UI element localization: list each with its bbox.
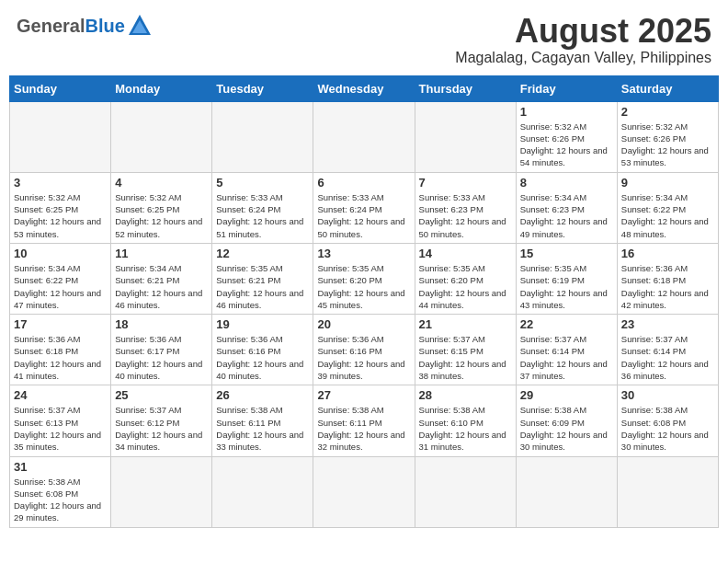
day-number: 9 — [621, 176, 714, 190]
day-info: Sunrise: 5:36 AM Sunset: 6:18 PM Dayligh… — [14, 333, 107, 382]
day-info: Sunrise: 5:36 AM Sunset: 6:17 PM Dayligh… — [115, 333, 208, 382]
calendar-cell: 6Sunrise: 5:33 AM Sunset: 6:24 PM Daylig… — [313, 172, 415, 243]
day-number: 5 — [216, 176, 309, 190]
day-number: 23 — [621, 317, 714, 331]
day-number: 2 — [621, 105, 714, 119]
month-title: August 2025 — [455, 13, 711, 50]
day-number: 26 — [216, 388, 309, 402]
calendar-cell — [10, 101, 111, 172]
day-number: 3 — [14, 176, 107, 190]
calendar-cell: 15Sunrise: 5:35 AM Sunset: 6:19 PM Dayli… — [516, 243, 617, 314]
calendar-cell: 11Sunrise: 5:34 AM Sunset: 6:21 PM Dayli… — [111, 243, 212, 314]
calendar-cell — [111, 101, 212, 172]
calendar-cell: 14Sunrise: 5:35 AM Sunset: 6:20 PM Dayli… — [415, 243, 516, 314]
calendar-week-row: 1Sunrise: 5:32 AM Sunset: 6:26 PM Daylig… — [10, 101, 719, 172]
calendar-cell — [415, 101, 516, 172]
weekday-header-friday: Friday — [516, 75, 617, 101]
calendar-cell: 5Sunrise: 5:33 AM Sunset: 6:24 PM Daylig… — [212, 172, 313, 243]
calendar-cell: 4Sunrise: 5:32 AM Sunset: 6:25 PM Daylig… — [111, 172, 212, 243]
day-info: Sunrise: 5:36 AM Sunset: 6:16 PM Dayligh… — [317, 333, 410, 382]
calendar-cell: 21Sunrise: 5:37 AM Sunset: 6:15 PM Dayli… — [415, 315, 516, 385]
day-number: 18 — [115, 317, 208, 331]
page-header: GeneralBlue August 2025 Magalalag, Cagay… — [9, 9, 719, 70]
day-number: 14 — [419, 247, 512, 260]
day-number: 16 — [621, 247, 714, 260]
day-info: Sunrise: 5:38 AM Sunset: 6:10 PM Dayligh… — [419, 404, 512, 453]
day-info: Sunrise: 5:37 AM Sunset: 6:13 PM Dayligh… — [14, 404, 107, 453]
day-info: Sunrise: 5:32 AM Sunset: 6:26 PM Dayligh… — [520, 121, 613, 169]
day-info: Sunrise: 5:35 AM Sunset: 6:19 PM Dayligh… — [520, 262, 613, 311]
day-number: 21 — [419, 317, 512, 331]
calendar-cell: 23Sunrise: 5:37 AM Sunset: 6:14 PM Dayli… — [617, 315, 718, 385]
day-info: Sunrise: 5:32 AM Sunset: 6:25 PM Dayligh… — [14, 191, 107, 240]
day-info: Sunrise: 5:34 AM Sunset: 6:22 PM Dayligh… — [14, 262, 107, 311]
calendar-cell: 19Sunrise: 5:36 AM Sunset: 6:16 PM Dayli… — [212, 315, 313, 385]
day-info: Sunrise: 5:35 AM Sunset: 6:20 PM Dayligh… — [317, 262, 410, 311]
day-number: 28 — [419, 388, 512, 402]
calendar-cell: 24Sunrise: 5:37 AM Sunset: 6:13 PM Dayli… — [10, 385, 111, 456]
day-number: 11 — [115, 247, 208, 260]
weekday-header-monday: Monday — [111, 75, 212, 101]
day-info: Sunrise: 5:36 AM Sunset: 6:16 PM Dayligh… — [216, 333, 309, 382]
calendar-week-row: 10Sunrise: 5:34 AM Sunset: 6:22 PM Dayli… — [10, 243, 719, 314]
day-number: 6 — [317, 176, 410, 190]
day-info: Sunrise: 5:38 AM Sunset: 6:11 PM Dayligh… — [216, 404, 309, 453]
calendar-cell — [313, 456, 415, 527]
day-info: Sunrise: 5:33 AM Sunset: 6:24 PM Dayligh… — [216, 191, 309, 240]
calendar-cell: 26Sunrise: 5:38 AM Sunset: 6:11 PM Dayli… — [212, 385, 313, 456]
day-number: 8 — [520, 176, 613, 190]
calendar-cell — [111, 456, 212, 527]
day-info: Sunrise: 5:34 AM Sunset: 6:22 PM Dayligh… — [621, 191, 714, 240]
calendar-cell: 25Sunrise: 5:37 AM Sunset: 6:12 PM Dayli… — [111, 385, 212, 456]
day-number: 10 — [14, 247, 107, 260]
day-number: 12 — [216, 247, 309, 260]
calendar-week-row: 17Sunrise: 5:36 AM Sunset: 6:18 PM Dayli… — [10, 315, 719, 385]
calendar-cell: 22Sunrise: 5:37 AM Sunset: 6:14 PM Dayli… — [516, 315, 617, 385]
day-info: Sunrise: 5:36 AM Sunset: 6:18 PM Dayligh… — [621, 262, 714, 311]
day-info: Sunrise: 5:32 AM Sunset: 6:26 PM Dayligh… — [621, 121, 714, 169]
calendar-cell — [212, 456, 313, 527]
weekday-header-thursday: Thursday — [415, 75, 516, 101]
day-info: Sunrise: 5:37 AM Sunset: 6:15 PM Dayligh… — [419, 333, 512, 382]
day-info: Sunrise: 5:37 AM Sunset: 6:14 PM Dayligh… — [520, 333, 613, 382]
day-number: 30 — [621, 388, 714, 402]
day-number: 1 — [520, 105, 613, 119]
calendar-cell: 8Sunrise: 5:34 AM Sunset: 6:23 PM Daylig… — [516, 172, 617, 243]
day-number: 15 — [520, 247, 613, 260]
weekday-header-row: SundayMondayTuesdayWednesdayThursdayFrid… — [10, 75, 719, 101]
day-info: Sunrise: 5:38 AM Sunset: 6:08 PM Dayligh… — [621, 404, 714, 453]
weekday-header-tuesday: Tuesday — [212, 75, 313, 101]
day-info: Sunrise: 5:34 AM Sunset: 6:21 PM Dayligh… — [115, 262, 208, 311]
day-number: 17 — [14, 317, 107, 331]
day-info: Sunrise: 5:38 AM Sunset: 6:11 PM Dayligh… — [317, 404, 410, 453]
day-info: Sunrise: 5:33 AM Sunset: 6:24 PM Dayligh… — [317, 191, 410, 240]
day-number: 25 — [115, 388, 208, 402]
location-title: Magalalag, Cagayan Valley, Philippines — [455, 50, 711, 66]
day-number: 4 — [115, 176, 208, 190]
calendar-cell: 29Sunrise: 5:38 AM Sunset: 6:09 PM Dayli… — [516, 385, 617, 456]
logo-text: GeneralBlue — [17, 16, 125, 37]
day-number: 7 — [419, 176, 512, 190]
title-section: August 2025 Magalalag, Cagayan Valley, P… — [455, 13, 711, 66]
calendar-cell — [617, 456, 718, 527]
day-number: 27 — [317, 388, 410, 402]
calendar-cell — [313, 101, 415, 172]
calendar-table: SundayMondayTuesdayWednesdayThursdayFrid… — [9, 75, 719, 528]
calendar-cell: 7Sunrise: 5:33 AM Sunset: 6:23 PM Daylig… — [415, 172, 516, 243]
calendar-week-row: 31Sunrise: 5:38 AM Sunset: 6:08 PM Dayli… — [10, 456, 719, 527]
calendar-week-row: 3Sunrise: 5:32 AM Sunset: 6:25 PM Daylig… — [10, 172, 719, 243]
day-number: 19 — [216, 317, 309, 331]
calendar-cell: 10Sunrise: 5:34 AM Sunset: 6:22 PM Dayli… — [10, 243, 111, 314]
day-info: Sunrise: 5:35 AM Sunset: 6:20 PM Dayligh… — [419, 262, 512, 311]
calendar-cell — [516, 456, 617, 527]
calendar-cell: 2Sunrise: 5:32 AM Sunset: 6:26 PM Daylig… — [617, 101, 718, 172]
day-number: 20 — [317, 317, 410, 331]
calendar-cell: 3Sunrise: 5:32 AM Sunset: 6:25 PM Daylig… — [10, 172, 111, 243]
day-info: Sunrise: 5:37 AM Sunset: 6:14 PM Dayligh… — [621, 333, 714, 382]
calendar-cell: 18Sunrise: 5:36 AM Sunset: 6:17 PM Dayli… — [111, 315, 212, 385]
calendar-cell: 30Sunrise: 5:38 AM Sunset: 6:08 PM Dayli… — [617, 385, 718, 456]
day-number: 29 — [520, 388, 613, 402]
calendar-cell: 20Sunrise: 5:36 AM Sunset: 6:16 PM Dayli… — [313, 315, 415, 385]
calendar-cell — [212, 101, 313, 172]
day-info: Sunrise: 5:38 AM Sunset: 6:09 PM Dayligh… — [520, 404, 613, 453]
